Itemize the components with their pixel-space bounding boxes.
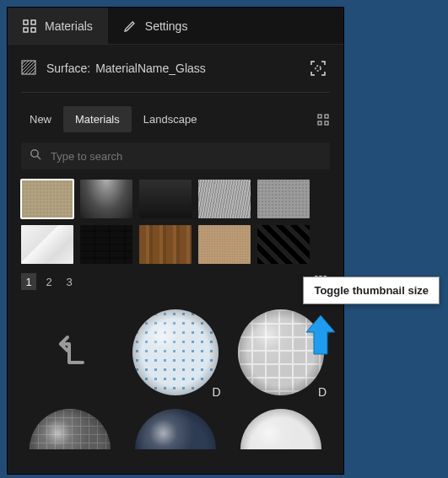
up-level-icon [51, 332, 89, 373]
top-tabs: Materials Settings [8, 8, 343, 45]
grid-icon [317, 114, 329, 126]
hatch-icon [21, 60, 36, 78]
surface-name: MaterialName_Glass [95, 62, 206, 75]
annotation-arrow [305, 314, 337, 360]
badge-d: D [318, 385, 327, 399]
scan-icon [310, 60, 327, 77]
thumbnail-fabric[interactable] [21, 180, 73, 218]
search-box[interactable] [21, 142, 330, 169]
tooltip-toggle-thumbnail: Toggle thumbnail size [303, 277, 440, 304]
thumbnail-concrete[interactable] [257, 180, 310, 218]
thumbnail-marble[interactable] [21, 225, 73, 264]
material-sphere-navy[interactable] [125, 409, 225, 449]
subtab-new[interactable]: New [18, 106, 63, 132]
texture-thumbnails [8, 178, 343, 269]
svg-rect-3 [31, 28, 35, 32]
thumbnail-brushed[interactable] [198, 180, 251, 218]
thumbnail-tiles[interactable] [80, 225, 132, 264]
svg-rect-7 [325, 115, 328, 118]
thumbnail-metal[interactable] [80, 180, 132, 218]
svg-rect-8 [318, 121, 321, 125]
svg-point-10 [31, 150, 38, 157]
pencil-icon [123, 19, 137, 33]
badge-d: D [213, 385, 221, 399]
subtab-materials[interactable]: Materials [63, 106, 132, 132]
scan-button[interactable] [306, 56, 330, 80]
svg-rect-0 [24, 20, 28, 24]
thumbnail-sand[interactable] [198, 225, 251, 264]
tab-settings-label: Settings [145, 19, 188, 33]
divider [21, 92, 330, 93]
subtab-materials-label: Materials [75, 113, 120, 126]
material-spheres: D D [8, 296, 343, 402]
svg-rect-1 [31, 20, 35, 24]
svg-rect-9 [325, 121, 328, 125]
page-3-label: 3 [66, 276, 72, 288]
thumbnail-wood[interactable] [139, 225, 192, 264]
page-3[interactable]: 3 [62, 273, 77, 290]
material-sphere-dark-grid[interactable] [19, 409, 120, 449]
svg-rect-6 [318, 115, 321, 118]
sphere-dotted [132, 309, 219, 395]
up-level-button[interactable] [19, 303, 120, 402]
page-2-label: 2 [46, 276, 51, 288]
sphere-dark-grid [30, 409, 111, 449]
materials-panel: Materials Settings Surface: MaterialName… [7, 7, 344, 475]
sphere-white [240, 409, 321, 449]
surface-row: Surface: MaterialName_Glass [8, 45, 343, 89]
view-mode-button[interactable] [313, 110, 333, 130]
pagination-row: 1 2 3 [8, 269, 343, 296]
thumbnail-dark[interactable] [139, 180, 192, 218]
search-icon [30, 148, 42, 164]
material-spheres-row2 [8, 402, 343, 449]
grid-icon [23, 19, 36, 33]
svg-point-5 [316, 66, 321, 71]
page-1-label: 1 [25, 276, 31, 288]
sub-tabs: New Materials Landscape [8, 99, 343, 139]
surface-prefix: Surface: [46, 62, 90, 75]
subtab-landscape[interactable]: Landscape [132, 106, 209, 132]
svg-rect-2 [24, 28, 28, 32]
material-sphere-dotted[interactable]: D [125, 303, 225, 402]
tab-settings[interactable]: Settings [108, 8, 203, 44]
sphere-navy [135, 409, 216, 449]
tab-materials[interactable]: Materials [8, 8, 108, 44]
tab-materials-label: Materials [45, 19, 93, 33]
material-sphere-white[interactable] [231, 409, 332, 449]
page-1[interactable]: 1 [21, 273, 36, 290]
subtab-landscape-label: Landscape [143, 113, 197, 126]
subtab-new-label: New [30, 113, 51, 126]
page-2[interactable]: 2 [41, 273, 57, 290]
tooltip-text: Toggle thumbnail size [314, 284, 429, 297]
search-input[interactable] [51, 150, 321, 163]
thumbnail-carbon[interactable] [257, 225, 310, 264]
svg-line-11 [37, 156, 40, 159]
